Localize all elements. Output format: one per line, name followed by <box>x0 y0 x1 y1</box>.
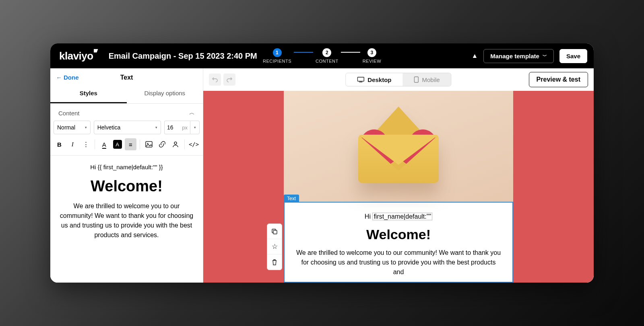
format-toolbar-row2: B I ⋮ A A ≡ </> <box>50 137 203 156</box>
mobile-icon <box>414 76 419 83</box>
font-family-value: Helvetica <box>97 124 121 131</box>
image-button[interactable] <box>143 138 155 150</box>
editor-heading: Welcome! <box>56 178 197 195</box>
divider <box>95 139 95 149</box>
chevron-down-icon: ▾ <box>85 125 87 129</box>
canvas-greeting: Hi first_name|default:"" <box>293 213 504 220</box>
star-icon: ☆ <box>272 242 278 251</box>
code-button[interactable]: </> <box>188 138 200 150</box>
block-type-badge: Text <box>284 195 299 203</box>
font-family-select[interactable]: Helvetica ▾ <box>94 121 161 134</box>
step-label: CONTENT <box>316 59 339 64</box>
image-icon <box>145 141 153 148</box>
step-circle: 1 <box>272 48 281 57</box>
text-block-selected[interactable]: Text Hi first_name|default:"" Welcome! W… <box>284 202 513 283</box>
person-icon <box>172 141 179 148</box>
preview-test-button[interactable]: Preview & test <box>529 72 588 87</box>
svg-rect-7 <box>273 230 277 234</box>
email-canvas[interactable]: Text Hi first_name|default:"" Welcome! W… <box>203 91 594 283</box>
step-label: REVIEW <box>363 59 381 64</box>
align-button[interactable]: ≡ <box>125 138 136 150</box>
envelope-graphic <box>350 107 447 187</box>
personalization-button[interactable] <box>169 138 181 150</box>
bg-color-wrap: A <box>111 138 123 150</box>
step-circle: 3 <box>367 48 376 57</box>
canvas-area: Desktop Mobile Preview & test <box>203 68 594 283</box>
step-connector <box>341 52 360 53</box>
format-toolbar-row1: Normal ▾ Helvetica ▾ 16 px ▾ <box>50 121 203 137</box>
svg-rect-3 <box>357 77 364 81</box>
favorite-block-button[interactable]: ☆ <box>267 239 282 254</box>
manage-template-label: Manage template <box>490 53 539 59</box>
paragraph-style-select[interactable]: Normal ▾ <box>54 121 91 134</box>
paragraph-style-value: Normal <box>57 124 75 131</box>
editor-body: We are thrilled to welcome you to our co… <box>56 201 197 240</box>
more-formatting-button[interactable]: ⋮ <box>80 138 92 150</box>
undo-button[interactable] <box>209 74 221 86</box>
content-accordion-header[interactable]: Content ︿ <box>50 104 203 121</box>
wizard-stepper: 1 RECIPIENTS 2 CONTENT 3 REVIEW <box>263 48 381 64</box>
accordion-label: Content <box>58 110 80 117</box>
save-label: Save <box>566 53 580 59</box>
preview-label: Preview & test <box>537 76 580 83</box>
tab-styles[interactable]: Styles <box>50 85 127 103</box>
done-button[interactable]: ← Done <box>56 74 79 81</box>
greet-prefix: Hi <box>365 213 373 220</box>
panel-title: Text <box>120 74 133 81</box>
background-color-button[interactable]: A <box>113 140 122 149</box>
block-actions-toolbar: ☆ <box>267 223 282 270</box>
arrow-left-icon: ← <box>56 74 62 81</box>
manage-template-button[interactable]: Manage template ﹀ <box>483 49 554 63</box>
step-content[interactable]: 2 CONTENT <box>316 48 339 64</box>
editor-greeting: Hi {{ first_name|default:"" }} <box>56 164 197 170</box>
step-review[interactable]: 3 REVIEW <box>363 48 381 64</box>
duplicate-block-button[interactable] <box>267 224 282 239</box>
copy-icon <box>271 228 278 235</box>
canvas-toolbar: Desktop Mobile Preview & test <box>203 68 594 91</box>
personalization-token[interactable]: first_name|default:"" <box>372 213 432 220</box>
hero-image-block[interactable] <box>284 91 513 203</box>
step-label: RECIPIENTS <box>263 59 291 64</box>
font-size-unit: px <box>182 125 188 131</box>
campaign-title: Email Campaign - Sep 15 2023 2:40 PM <box>109 51 257 61</box>
step-recipients[interactable]: 1 RECIPIENTS <box>263 48 291 64</box>
redo-button[interactable] <box>223 74 235 86</box>
svg-point-2 <box>174 142 177 144</box>
link-button[interactable] <box>157 138 168 150</box>
mobile-label: Mobile <box>422 76 440 83</box>
font-size-input[interactable]: 16 px <box>164 121 190 134</box>
delete-block-button[interactable] <box>267 254 282 270</box>
text-editor-area[interactable]: Hi {{ first_name|default:"" }} Welcome! … <box>50 156 203 248</box>
save-button[interactable]: Save <box>559 49 587 63</box>
divider <box>184 139 185 149</box>
step-circle: 2 <box>322 48 331 57</box>
font-size-value: 16 <box>167 124 173 131</box>
app-header: klaviyo Email Campaign - Sep 15 2023 2:4… <box>50 43 594 68</box>
chevron-down-icon: ﹀ <box>543 53 547 59</box>
canvas-body: We are thrilled to welcome you to our co… <box>293 248 504 277</box>
logo: klaviyo <box>59 50 93 62</box>
divider <box>140 139 140 149</box>
desktop-view-button[interactable]: Desktop <box>346 73 402 86</box>
editor-sidebar: ← Done Text Styles Display options Conte… <box>50 68 203 283</box>
redo-icon <box>226 76 233 83</box>
sidebar-tabs: Styles Display options <box>50 85 203 104</box>
chevron-down-icon: ▾ <box>194 125 196 129</box>
email-body: Text Hi first_name|default:"" Welcome! W… <box>284 91 513 283</box>
italic-button[interactable]: I <box>67 138 78 150</box>
desktop-icon <box>357 77 364 82</box>
undo-icon <box>212 76 218 83</box>
svg-rect-0 <box>146 141 152 147</box>
font-size-dropdown[interactable]: ▾ <box>190 121 200 134</box>
device-toggle: Desktop Mobile <box>345 73 451 86</box>
link-icon <box>159 141 166 148</box>
tab-display-options[interactable]: Display options <box>127 85 203 103</box>
trash-icon <box>272 259 277 265</box>
text-color-button[interactable]: A <box>98 138 110 150</box>
app-body: ← Done Text Styles Display options Conte… <box>50 68 594 283</box>
step-connector <box>294 52 313 53</box>
mobile-view-button[interactable]: Mobile <box>403 73 451 86</box>
warning-icon[interactable]: ▲ <box>471 52 478 59</box>
bold-button[interactable]: B <box>54 138 65 150</box>
canvas-heading: Welcome! <box>293 227 504 242</box>
